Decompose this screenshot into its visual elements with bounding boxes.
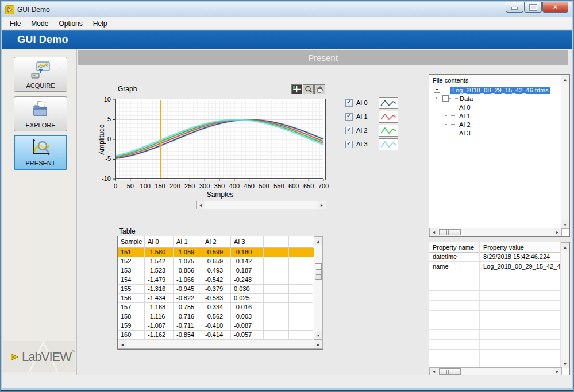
- table-cell[interactable]: -0.755: [174, 303, 202, 312]
- table-cell[interactable]: -0.057: [231, 331, 264, 340]
- table-cell[interactable]: 159: [118, 321, 145, 331]
- table-cell[interactable]: [289, 248, 313, 257]
- table-cell[interactable]: -0.248: [231, 275, 264, 285]
- table-cell[interactable]: -0.187: [231, 266, 264, 275]
- scrollbar-track[interactable]: [438, 228, 553, 236]
- table-cell[interactable]: 154: [118, 275, 145, 285]
- property-value-header[interactable]: Property value: [480, 242, 561, 253]
- property-name-cell[interactable]: [429, 291, 480, 301]
- scrollbar-track[interactable]: [205, 201, 318, 209]
- property-name-cell[interactable]: [429, 271, 480, 281]
- table-cell[interactable]: [264, 294, 289, 303]
- legend-line-sample[interactable]: [379, 97, 398, 109]
- table-cell[interactable]: -0.542: [202, 275, 231, 285]
- collapse-icon[interactable]: [434, 87, 440, 93]
- property-row-empty[interactable]: [429, 359, 561, 367]
- scrollbar-thumb[interactable]: [315, 263, 322, 280]
- table-cell[interactable]: -0.856: [174, 266, 202, 275]
- tree-horizontal-scrollbar[interactable]: ◄ ►: [429, 228, 562, 236]
- table-cell[interactable]: [289, 275, 313, 285]
- table-cell[interactable]: -0.599: [202, 248, 231, 257]
- table-cell[interactable]: [264, 257, 289, 266]
- legend-checkbox[interactable]: ✔: [345, 99, 353, 107]
- table-cell[interactable]: [289, 266, 313, 275]
- menu-help[interactable]: Help: [88, 18, 113, 29]
- scroll-down-icon[interactable]: ▼: [561, 360, 569, 368]
- tree-item-root[interactable]: Log_2018_08_29_15_42_46.tdms: [429, 86, 561, 94]
- table-cell[interactable]: -0.716: [174, 312, 202, 321]
- table-cell[interactable]: -1.059: [174, 248, 202, 257]
- legend-line-sample[interactable]: [379, 111, 398, 123]
- table-row[interactable]: 159-1.087-0.711-0.410-0.087: [118, 321, 314, 331]
- table-cell[interactable]: [289, 257, 313, 266]
- property-row-empty[interactable]: [429, 291, 561, 301]
- property-row-empty[interactable]: [429, 330, 561, 340]
- table-cell[interactable]: [289, 294, 313, 303]
- scroll-left-icon[interactable]: ◄: [430, 228, 438, 236]
- table-cell[interactable]: -1.523: [145, 266, 174, 275]
- property-row-empty[interactable]: [429, 281, 561, 291]
- table-cell[interactable]: [289, 321, 313, 331]
- table-row[interactable]: 153-1.523-0.856-0.493-0.187: [118, 266, 314, 275]
- table-cell[interactable]: -0.659: [202, 257, 231, 266]
- tree-group-label[interactable]: Data: [458, 95, 475, 102]
- table-cell[interactable]: -0.583: [202, 294, 231, 303]
- table-header-cell[interactable]: [289, 236, 313, 248]
- table-cell[interactable]: [264, 303, 289, 312]
- scrollbar-track[interactable]: [561, 251, 569, 360]
- property-value-cell[interactable]: [480, 281, 561, 291]
- scroll-down-icon[interactable]: ▼: [561, 220, 569, 228]
- property-row-empty[interactable]: [429, 350, 561, 359]
- scrollbar-track[interactable]: [126, 340, 314, 348]
- tree-channel-label[interactable]: AI 3: [457, 130, 472, 137]
- property-row-empty[interactable]: [429, 301, 561, 311]
- legend-line-sample[interactable]: [379, 125, 398, 137]
- scrollbar-thumb[interactable]: [439, 368, 461, 375]
- table-cell[interactable]: [289, 285, 313, 294]
- table-cell[interactable]: -0.087: [231, 321, 264, 331]
- property-name-cell[interactable]: [429, 330, 480, 340]
- table-cell[interactable]: 155: [118, 285, 145, 294]
- table-cell[interactable]: -1.116: [145, 312, 174, 321]
- property-value-cell[interactable]: [480, 291, 561, 301]
- property-name-cell[interactable]: [429, 311, 480, 320]
- table-cell[interactable]: -0.379: [202, 285, 231, 294]
- table-header-cell[interactable]: AI 3: [231, 236, 264, 248]
- property-value-cell[interactable]: [480, 320, 561, 330]
- property-name-header[interactable]: Property name: [429, 242, 480, 253]
- property-value-cell[interactable]: 8/29/2018 15:42:46.224: [480, 252, 561, 262]
- table-row[interactable]: 151-1.580-1.059-0.599-0.180: [118, 248, 314, 257]
- property-name-cell[interactable]: name: [429, 262, 480, 271]
- table-cell[interactable]: -1.168: [145, 303, 174, 312]
- acquire-button[interactable]: ACQUIRE: [14, 57, 67, 92]
- table-cell[interactable]: 152: [118, 257, 145, 266]
- scroll-right-icon[interactable]: ►: [318, 201, 326, 209]
- pan-tool-button[interactable]: [314, 84, 325, 94]
- table-cell[interactable]: 156: [118, 294, 145, 303]
- property-name-cell[interactable]: [429, 281, 480, 291]
- tree-item-channel[interactable]: AI 2: [429, 120, 561, 129]
- scroll-up-icon[interactable]: ▲: [561, 75, 569, 83]
- table-cell[interactable]: 160: [118, 331, 145, 340]
- menu-file[interactable]: File: [5, 18, 26, 29]
- table-cell[interactable]: 0.025: [231, 294, 264, 303]
- table-cell[interactable]: [264, 321, 289, 331]
- property-value-cell[interactable]: Log_2018_08_29_15_42_46: [480, 262, 561, 271]
- table-cell[interactable]: -0.414: [202, 331, 231, 340]
- table-cell[interactable]: -0.854: [174, 331, 202, 340]
- table-header-cell[interactable]: Sample: [118, 236, 145, 248]
- property-name-cell[interactable]: [429, 320, 480, 330]
- scroll-up-icon[interactable]: ▲: [561, 243, 569, 251]
- property-name-cell[interactable]: [429, 359, 480, 367]
- table-row[interactable]: 154-1.479-1.066-0.542-0.248: [118, 275, 314, 285]
- table-cell[interactable]: -1.316: [145, 285, 174, 294]
- table-cell[interactable]: [264, 285, 289, 294]
- legend-checkbox[interactable]: ✔: [345, 127, 353, 134]
- menu-options[interactable]: Options: [53, 18, 87, 29]
- table-cell[interactable]: 151: [118, 248, 145, 257]
- table-cell[interactable]: [264, 248, 289, 257]
- table-cell[interactable]: -1.066: [174, 275, 202, 285]
- table-cell[interactable]: 153: [118, 266, 145, 275]
- minimize-button[interactable]: [506, 2, 523, 13]
- cursor-tool-button[interactable]: [291, 84, 302, 94]
